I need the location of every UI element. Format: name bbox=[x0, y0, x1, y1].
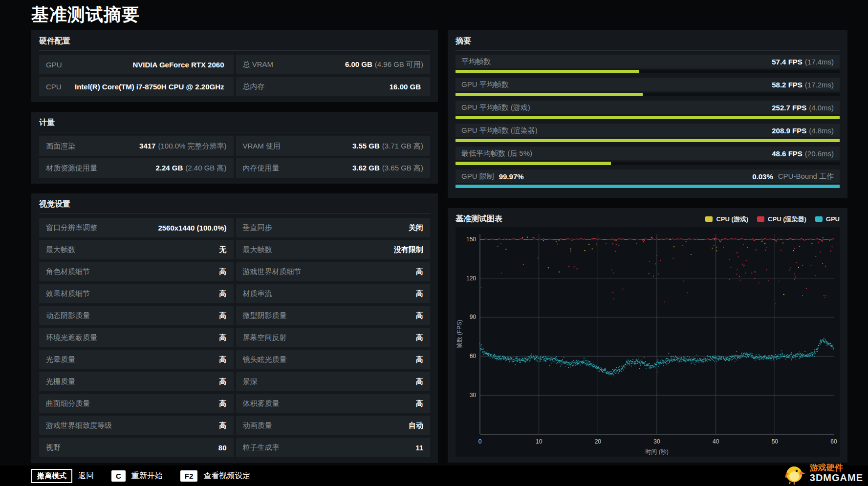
cell-value: 3.55 GB bbox=[352, 142, 380, 150]
setting-label: 景深 bbox=[243, 377, 258, 386]
setting-label: 环境光遮蔽质量 bbox=[46, 333, 97, 342]
cell-value: 3.62 GB bbox=[352, 164, 380, 172]
left-column: 硬件配置 GPU NVIDIA GeForce RTX 2060 总 VRAM … bbox=[31, 30, 438, 473]
summary-bar-track bbox=[456, 93, 840, 96]
cell-label: 总 VRAM bbox=[243, 60, 274, 69]
summary-row-value: 208.9 FPS bbox=[772, 127, 806, 135]
visual-settings-panel-title: 视觉设置 bbox=[39, 198, 430, 214]
visual-setting-row: 景深 高 bbox=[236, 372, 431, 391]
visual-setting-row: 粒子生成率 11 bbox=[236, 438, 431, 457]
visual-setting-row: 体积雾质量 高 bbox=[236, 394, 431, 413]
setting-value-wrap: 高 bbox=[219, 289, 227, 298]
summary-bar-fill bbox=[456, 116, 840, 119]
video-settings-key[interactable]: F2 bbox=[180, 470, 198, 482]
setting-label: 动态阴影质量 bbox=[46, 311, 90, 320]
setting-value: 高 bbox=[219, 267, 227, 275]
setting-label: 视野 bbox=[46, 443, 61, 452]
setting-label: 最大帧数 bbox=[46, 245, 75, 254]
setting-label: 光晕质量 bbox=[46, 355, 75, 364]
legend-swatch bbox=[705, 216, 713, 222]
setting-value-wrap: 高 bbox=[416, 377, 423, 386]
footer-item-restart: C 重新开始 bbox=[111, 470, 163, 482]
summary-row-sub: (4.0ms) bbox=[809, 104, 834, 112]
legend-item: GPU bbox=[815, 215, 840, 223]
gpu-bound-value: 99.97% bbox=[499, 172, 524, 181]
cell-label: 画面渲染 bbox=[46, 142, 75, 151]
visual-setting-row: 角色材质细节 高 bbox=[39, 262, 234, 281]
svg-text:时间 (秒): 时间 (秒) bbox=[645, 448, 668, 455]
cpu-bound-value: 0.03% bbox=[752, 172, 773, 181]
summary-row-head: GPU 限制 99.97% 0.03% CPU-Bound 工作 bbox=[456, 169, 840, 183]
setting-label: 光栅质量 bbox=[46, 377, 75, 386]
hardware-grid: GPU NVIDIA GeForce RTX 2060 总 VRAM 6.00 … bbox=[39, 55, 430, 96]
setting-value: 高 bbox=[416, 333, 423, 341]
summary-row: GPU 平均帧数 (渲染器) 208.9 FPS(4.8ms) bbox=[456, 124, 840, 142]
setting-value-wrap: 高 bbox=[416, 267, 423, 276]
visual-setting-row: 光栅质量 高 bbox=[39, 372, 234, 391]
visual-setting-row: 曲面细分质量 高 bbox=[39, 394, 234, 413]
setting-label: 粒子生成率 bbox=[243, 443, 280, 452]
legend-label: CPU (游戏) bbox=[716, 215, 748, 224]
visual-setting-row: 效果材质细节 高 bbox=[39, 284, 234, 303]
setting-value: 80 bbox=[218, 444, 227, 452]
footer-item-back: 撤离模式 返回 bbox=[31, 469, 94, 483]
chart-legend: CPU (游戏) CPU (渲染器) GPU bbox=[705, 215, 840, 224]
summary-row: 最低平均帧数 (后 5%) 48.6 FPS(20.6ms) bbox=[456, 147, 840, 165]
summary-row-label: 平均帧数 bbox=[461, 57, 491, 66]
summary-row-label: 最低平均帧数 (后 5%) bbox=[461, 149, 532, 158]
visual-setting-row: 游戏世界细致度等级 高 bbox=[39, 416, 234, 435]
hardware-row: GPU NVIDIA GeForce RTX 2060 bbox=[39, 55, 234, 74]
visual-settings-grid: 窗口分辨率调整 2560x1440 (100.0%) 垂直同步 关闭 最大帧数 … bbox=[39, 218, 430, 457]
metrics-row: VRAM 使用 3.55 GB(3.71 GB 高) bbox=[236, 136, 431, 156]
setting-value: 高 bbox=[416, 267, 423, 275]
setting-value-wrap: 高 bbox=[219, 421, 227, 430]
cell-label: 总内存 bbox=[243, 82, 265, 91]
cell-value-wrap: NVIDIA GeForce RTX 2060 bbox=[132, 61, 226, 69]
svg-text:120: 120 bbox=[466, 275, 476, 282]
visual-setting-row: 动画质量 自动 bbox=[236, 416, 431, 435]
setting-label: 效果材质细节 bbox=[46, 289, 90, 298]
summary-row-value-wrap: 252.7 FPS(4.0ms) bbox=[772, 104, 834, 112]
restart-label: 重新开始 bbox=[131, 471, 163, 481]
gpu-bound-label: GPU 限制 bbox=[461, 172, 494, 181]
brand-line2: 3DMGAME bbox=[810, 472, 863, 484]
hardware-row: CPU Intel(R) Core(TM) i7-8750H CPU @ 2.2… bbox=[39, 77, 234, 96]
cpu-bound-label: CPU-Bound 工作 bbox=[778, 172, 834, 181]
svg-text:60: 60 bbox=[830, 438, 837, 445]
setting-value-wrap: 2560x1440 (100.0%) bbox=[158, 224, 226, 232]
summary-row-head: 最低平均帧数 (后 5%) 48.6 FPS(20.6ms) bbox=[456, 147, 840, 160]
setting-value-wrap: 关闭 bbox=[409, 223, 423, 232]
summary-row-head: GPU 平均帧数 58.2 FPS(17.2ms) bbox=[456, 78, 840, 91]
setting-value-wrap: 高 bbox=[219, 311, 227, 320]
retreat-mode-button[interactable]: 撤离模式 bbox=[31, 469, 72, 483]
visual-setting-row: 窗口分辨率调整 2560x1440 (100.0%) bbox=[39, 218, 234, 237]
cell-value-wrap: Intel(R) Core(TM) i7-8750H CPU @ 2.20GHz bbox=[75, 83, 227, 91]
visual-setting-row: 动态阴影质量 高 bbox=[39, 306, 234, 325]
cell-sub: (4.96 GB 可用) bbox=[375, 60, 423, 68]
summary-row-sub: (17.4ms) bbox=[805, 58, 834, 66]
svg-text:20: 20 bbox=[595, 438, 602, 445]
setting-label: 游戏世界细致度等级 bbox=[46, 421, 112, 430]
visual-setting-row: 垂直同步 关闭 bbox=[236, 218, 431, 237]
cell-value-wrap: 2.24 GB(2.40 GB 高) bbox=[155, 164, 226, 173]
setting-label: 游戏世界材质细节 bbox=[243, 267, 302, 276]
cell-value-wrap: 16.00 GB bbox=[390, 83, 423, 91]
setting-value: 高 bbox=[219, 333, 227, 341]
benchmark-chart-panel: 基准测试图表 CPU (游戏) CPU (渲染器) GPU bbox=[448, 208, 847, 463]
svg-text:30: 30 bbox=[470, 392, 477, 399]
visual-setting-row: 环境光遮蔽质量 高 bbox=[39, 328, 234, 347]
summary-bar-track bbox=[456, 185, 840, 188]
footer-item-video-settings: F2 查看视频设定 bbox=[180, 470, 251, 482]
summary-bar-fill bbox=[456, 70, 639, 73]
setting-label: 镜头眩光质量 bbox=[243, 355, 287, 364]
cell-label: 材质资源使用量 bbox=[46, 164, 97, 173]
metrics-grid: 画面渲染 3417(100.0% 完整分辨率) VRAM 使用 3.55 GB(… bbox=[39, 136, 430, 178]
restart-key[interactable]: C bbox=[111, 470, 126, 482]
setting-value-wrap: 高 bbox=[219, 377, 227, 386]
visual-setting-row: 游戏世界材质细节 高 bbox=[236, 262, 431, 281]
brand-text: 游戏硬件 3DMGAME bbox=[810, 463, 863, 484]
hardware-row: 总 VRAM 6.00 GB(4.96 GB 可用) bbox=[236, 55, 431, 74]
legend-item: CPU (渲染器) bbox=[757, 215, 806, 224]
setting-value: 高 bbox=[416, 289, 423, 297]
cell-value-wrap: 3.55 GB(3.71 GB 高) bbox=[352, 142, 423, 151]
